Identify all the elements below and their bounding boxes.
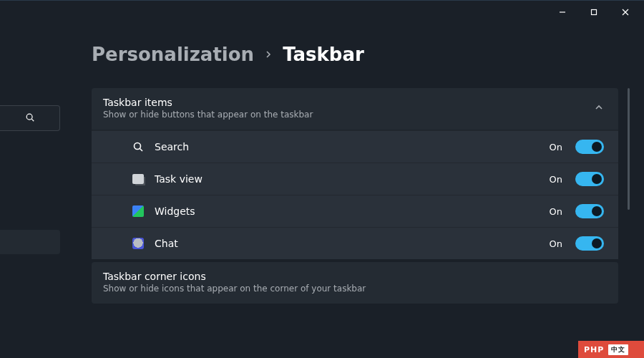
section-header-corner-icons[interactable]: Taskbar corner icons Show or hide icons … [92,262,618,304]
row-task-view: Task view On [92,163,618,195]
row-label: Search [155,141,540,153]
toggle-state: On [550,174,562,185]
row-label: Task view [155,173,540,185]
row-widgets: Widgets On [92,195,618,227]
search-icon [25,112,35,125]
section-taskbar-items: Taskbar items Show or hide buttons that … [92,88,618,259]
section-title: Taskbar items [103,97,585,108]
row-label: Widgets [155,205,540,217]
scrollbar[interactable] [628,88,630,210]
chat-icon [132,237,145,250]
watermark-badge: PHP 中文 [578,341,644,358]
breadcrumb: Personalization Taskbar [0,24,644,82]
section-taskbar-corner-icons: Taskbar corner icons Show or hide icons … [92,262,618,304]
breadcrumb-parent[interactable]: Personalization [92,44,254,65]
watermark-text: PHP [584,345,604,354]
window-titlebar [0,1,644,24]
search-icon [132,140,145,153]
widgets-icon [132,205,145,218]
svg-point-6 [135,143,141,150]
close-button[interactable] [610,2,641,22]
toggle-chat[interactable] [575,236,604,251]
svg-point-4 [26,114,32,120]
toggle-search[interactable] [575,140,604,154]
minimize-button[interactable] [547,2,578,22]
section-subtitle: Show or hide icons that appear on the co… [103,284,604,294]
breadcrumb-current: Taskbar [283,44,364,65]
row-chat: Chat On [92,227,618,259]
search-stub[interactable] [0,105,60,131]
svg-line-7 [140,149,143,152]
chevron-right-icon [264,48,273,62]
toggle-task-view[interactable] [575,172,604,186]
chevron-up-icon [594,102,604,115]
watermark-cn-icon: 中文 [608,344,628,355]
toggle-state: On [550,206,562,217]
svg-rect-1 [592,10,597,15]
maximize-button[interactable] [578,2,610,22]
content-area: Taskbar items Show or hide buttons that … [92,88,631,358]
toggle-widgets[interactable] [575,204,604,218]
svg-line-5 [31,119,34,121]
toggle-state: On [550,142,562,153]
toggle-state: On [550,238,562,249]
section-header-taskbar-items[interactable]: Taskbar items Show or hide buttons that … [92,88,618,130]
row-search: Search On [92,130,618,163]
sidebar-nav-stub[interactable] [0,230,60,254]
taskview-icon [132,173,145,185]
row-label: Chat [155,238,540,249]
settings-window: Personalization Taskbar Taskbar items Sh… [0,0,644,358]
section-title: Taskbar corner icons [103,271,604,282]
section-subtitle: Show or hide buttons that appear on the … [103,110,585,120]
